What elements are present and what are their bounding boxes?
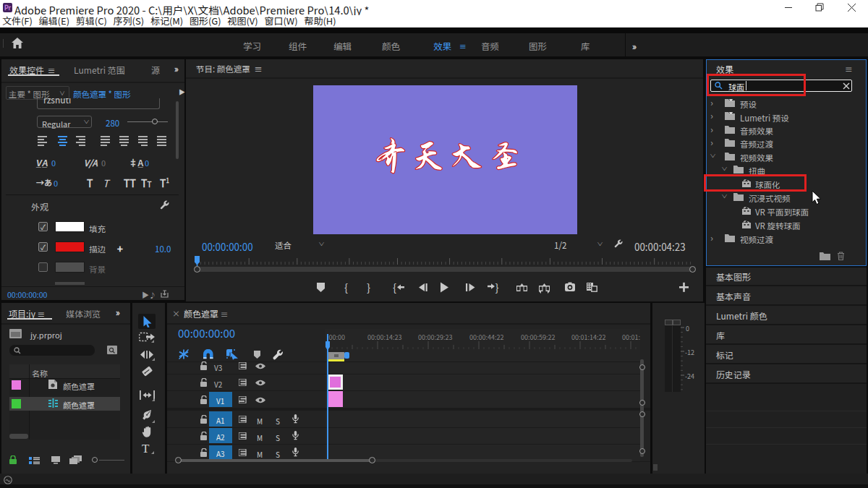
svg-text:}: } xyxy=(495,281,499,294)
svg-text:}: } xyxy=(367,281,370,294)
svg-text:{: { xyxy=(393,281,396,294)
svg-text:{: { xyxy=(344,281,348,294)
svg-text:齐天大圣: 齐天大圣 xyxy=(373,137,526,175)
